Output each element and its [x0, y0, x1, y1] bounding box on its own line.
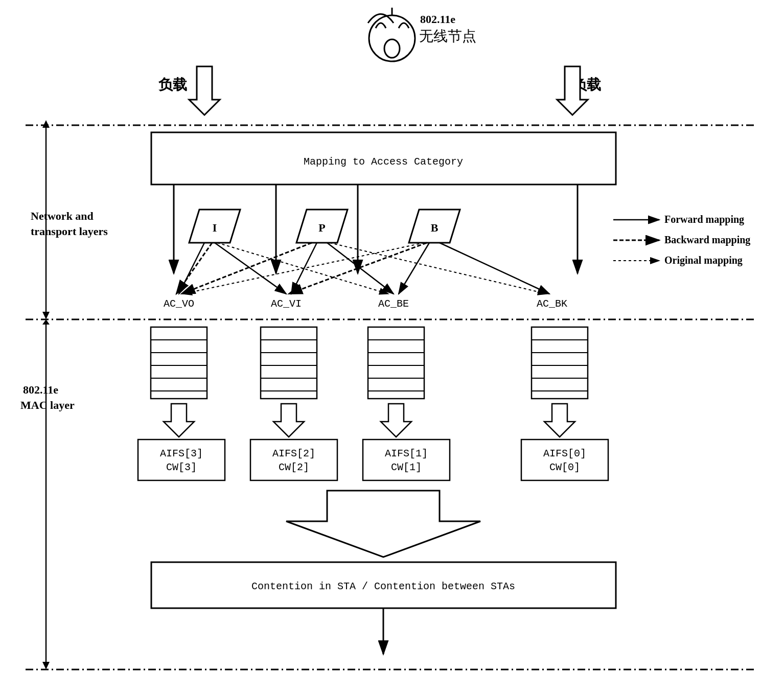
- mac-layer-label2: MAC layer: [20, 399, 75, 411]
- load-label-left: 负载: [158, 77, 187, 93]
- svg-line-22: [440, 243, 549, 294]
- network-layer-label2: transport layers: [31, 225, 108, 238]
- svg-rect-64: [521, 440, 608, 480]
- cw1: CW[1]: [391, 461, 422, 473]
- wireless-label-2: 无线节点: [419, 28, 476, 44]
- svg-point-1: [384, 39, 400, 58]
- ac-be-label: AC_BE: [378, 298, 409, 310]
- frame-P: P: [318, 221, 325, 234]
- svg-line-27: [330, 243, 547, 294]
- svg-marker-60: [544, 404, 575, 437]
- svg-rect-51: [532, 327, 588, 399]
- aifs0: AIFS[0]: [543, 448, 586, 459]
- svg-marker-59: [381, 404, 411, 437]
- svg-marker-58: [273, 404, 304, 437]
- cw0: CW[0]: [549, 461, 580, 473]
- network-layer-label1: Network and: [31, 210, 94, 222]
- mac-layer-label1: 802.11e: [23, 383, 58, 396]
- svg-rect-45: [368, 327, 424, 399]
- svg-line-23: [176, 243, 212, 294]
- diagram: 802.11e 无线节点 负载 负载 Mapping to Access Cat…: [0, 0, 784, 693]
- legend-forward: Forward mapping: [664, 214, 744, 225]
- cw2: CW[2]: [279, 461, 309, 473]
- frame-B: B: [431, 221, 439, 234]
- contention-box-label: Contention in STA / Contention between S…: [251, 581, 515, 592]
- frame-I: I: [213, 221, 217, 234]
- ac-vi-label: AC_VI: [271, 298, 302, 310]
- svg-rect-63: [363, 440, 450, 480]
- mapping-box-label: Mapping to Access Category: [304, 156, 463, 168]
- svg-marker-71: [42, 312, 50, 319]
- ac-vo-label: AC_VO: [164, 298, 194, 310]
- wireless-label-1: 802.11e: [420, 13, 455, 26]
- svg-marker-74: [42, 662, 50, 669]
- aifs2: AIFS[2]: [272, 448, 315, 459]
- svg-marker-70: [42, 120, 50, 128]
- svg-marker-57: [164, 404, 194, 437]
- legend-backward: Backward mapping: [664, 234, 750, 246]
- svg-line-28: [183, 243, 424, 294]
- aifs3: AIFS[3]: [160, 448, 203, 459]
- svg-rect-33: [151, 327, 207, 399]
- svg-marker-65: [286, 491, 480, 557]
- svg-rect-62: [250, 440, 337, 480]
- svg-rect-61: [138, 440, 225, 480]
- cw3: CW[3]: [166, 461, 197, 473]
- svg-line-21: [399, 243, 429, 294]
- svg-marker-3: [189, 66, 220, 115]
- svg-point-0: [369, 15, 415, 61]
- aifs1: AIFS[1]: [385, 448, 428, 459]
- ac-bk-label: AC_BK: [537, 298, 567, 310]
- legend-original: Original mapping: [664, 255, 743, 266]
- svg-rect-39: [261, 327, 317, 399]
